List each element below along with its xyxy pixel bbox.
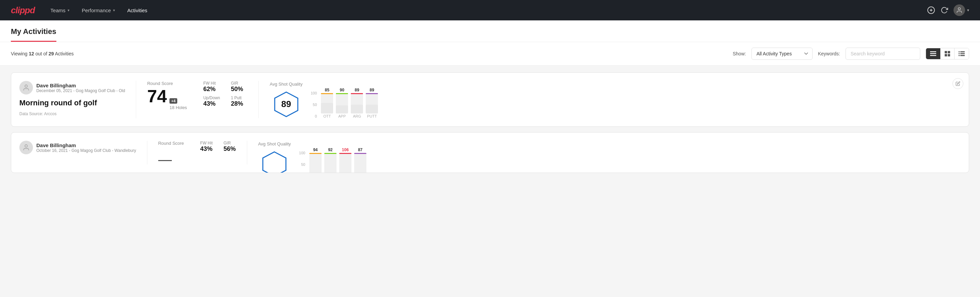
user-avatar-2 [19,141,33,154]
round-score-value: 74 [147,87,167,105]
bar-group-ott-2: 94 OTT [309,147,321,173]
mini-stats-2: FW Hit 43% GIR 56% [200,141,236,153]
keyword-search-input[interactable] [846,48,920,60]
bar-label-ott: OTT [323,114,331,118]
avg-shot-quality-label: Avg Shot Quality [270,81,302,87]
nav-teams[interactable]: Teams ▾ [46,5,74,16]
bar-value-putt: 89 [370,88,374,93]
activity-card-2: Dave Billingham October 16, 2021 - Gog M… [11,132,969,173]
nav-activities[interactable]: Activities [123,5,152,16]
svg-marker-20 [263,152,286,173]
svg-rect-5 [930,53,936,54]
performance-chevron-icon: ▾ [113,8,115,13]
show-label: Show: [733,51,746,56]
user-date: December 05, 2021 - Gog Magog Golf Club … [37,88,125,93]
round-score-group-2: Round Score [158,141,184,161]
bar-label-putt: PUTT [367,114,377,118]
svg-rect-13 [959,53,959,54]
avatar [953,5,965,16]
bar-group-app-2: 92 APP [324,147,337,173]
teams-chevron-icon: ▾ [68,8,70,13]
bar-group-putt: 89 PUTT [366,88,378,118]
user-name: Dave Billingham [37,83,125,88]
svg-rect-16 [960,55,965,56]
svg-rect-9 [945,54,947,56]
svg-rect-8 [948,51,950,53]
nav-performance[interactable]: Performance ▾ [77,5,120,16]
round-score-label-2: Round Score [158,141,184,146]
keywords-label: Keywords: [818,51,840,56]
shot-quality-hexagon: 89 [273,91,300,118]
fw-hit-stat-2: FW Hit 43% [200,141,213,153]
card-stats-2: Round Score FW Hit 43% GIR 56% [158,141,236,161]
avatar-button[interactable]: ▾ [953,5,969,16]
user-date-2: October 16, 2021 - Gog Magog Golf Club -… [37,148,136,153]
card-left: Dave Billingham December 05, 2021 - Gog … [19,81,125,116]
data-source: Data Source: Arccos [19,112,125,116]
activity-card: Dave Billingham December 05, 2021 - Gog … [11,72,969,127]
round-score-group: Round Score 74 +4 18 Holes [147,81,187,110]
svg-rect-14 [960,53,965,54]
bar-label-app: APP [338,114,346,118]
shot-quality-section: Avg Shot Quality 89 100 50 0 [270,81,961,118]
user-name-2: Dave Billingham [37,142,136,148]
avg-shot-quality-label-2: Avg Shot Quality [258,141,291,147]
refresh-button[interactable] [940,6,948,14]
svg-point-19 [25,145,27,147]
page-header: My Activities [0,21,980,42]
gir-stat: GIR 50% [231,81,248,93]
shot-quality-section-2: Avg Shot Quality 100 50 0 94 [258,141,961,173]
svg-point-17 [25,85,27,87]
svg-rect-7 [945,51,947,53]
svg-rect-12 [960,51,965,52]
bar-value-arg: 89 [355,88,359,93]
list-detail-view-button[interactable] [955,48,969,59]
round-score-value-2 [158,147,172,161]
bar-group-ott: 85 OTT [321,88,333,118]
card-left-2: Dave Billingham October 16, 2021 - Gog M… [19,141,136,158]
svg-rect-15 [959,55,959,56]
activity-title[interactable]: Morning round of golf [19,99,125,107]
user-avatar [19,81,33,94]
svg-rect-6 [930,55,936,56]
edit-button[interactable] [953,78,963,89]
chart-y-axis-2: 100 50 0 [299,151,307,173]
card-divider-2 [258,81,259,118]
card-divider-3 [147,141,147,164]
card-stats: Round Score 74 +4 18 Holes FW Hit 62% GI… [147,81,248,110]
svg-rect-4 [930,51,936,52]
view-toggle [926,48,969,59]
svg-rect-11 [959,51,959,52]
svg-point-3 [958,8,961,10]
avatar-chevron-icon: ▾ [967,8,969,13]
navbar: clippd Teams ▾ Performance ▾ Activities [0,0,980,21]
nav-links: Teams ▾ Performance ▾ Activities [46,5,916,16]
svg-rect-10 [948,54,950,56]
brand-logo[interactable]: clippd [11,5,35,16]
holes-label: 18 Holes [169,105,187,110]
bar-group-app: 90 APP [336,88,348,118]
shot-quality-hexagon-2 [261,150,288,173]
bar-label-arg: ARG [353,114,361,118]
mini-stats: FW Hit 62% GIR 50% Up/Down 43% 1 Putt 28… [204,81,248,107]
bar-chart: 100 50 0 85 OTT 90 [311,81,961,118]
shot-quality-score: 89 [281,99,291,109]
bar-chart-2: 100 50 0 94 OTT 92 [299,141,961,173]
user-info: Dave Billingham December 05, 2021 - Gog … [19,81,125,94]
score-badge: +4 [169,98,177,104]
user-info-2: Dave Billingham October 16, 2021 - Gog M… [19,141,136,154]
bar-group-putt-2: 87 PUTT [354,147,366,173]
filter-bar: Viewing 12 out of 29 Activities Show: Al… [0,42,980,65]
viewing-count-text: Viewing 12 out of 29 Activities [11,51,727,56]
bar-value-ott: 85 [325,88,329,93]
list-compact-view-button[interactable] [926,48,940,59]
activity-type-select[interactable]: All Activity Types [751,48,813,60]
add-button[interactable] [927,6,935,14]
page-title-container: My Activities [11,21,56,42]
card-divider-4 [247,141,247,164]
main-content: Dave Billingham December 05, 2021 - Gog … [0,65,980,185]
round-score-label: Round Score [147,81,187,86]
card-divider [136,81,136,118]
gir-stat-2: GIR 56% [223,141,236,153]
grid-view-button[interactable] [940,48,955,59]
